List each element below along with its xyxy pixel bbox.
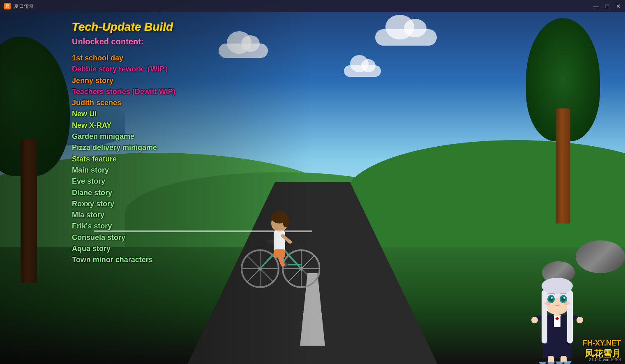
content-list-item: New UI [72,109,175,119]
minimize-button[interactable]: — [594,4,599,9]
content-list-item: Garden minigame [72,131,175,141]
svg-point-57 [563,301,570,305]
content-list-item: Diane story [72,188,175,198]
svg-point-54 [551,297,553,299]
titlebar-title: 夏日传奇 [14,3,594,10]
app-icon: 夏 [4,3,11,9]
content-list-item: 1st school day [72,53,175,63]
content-list-item: Town minor characters [72,255,175,265]
content-list-item: Aqua story [72,244,175,253]
content-list-item: Main story [72,165,175,175]
content-list-item: Pizza delivery minigame [72,143,175,152]
svg-point-56 [544,301,551,305]
content-list-item: Erik's story [72,221,175,231]
content-list-item: Eve story [72,176,175,186]
svg-rect-33 [554,315,560,327]
maximize-button[interactable]: □ [605,4,610,9]
panel-title: Tech-Update Build [72,21,175,34]
svg-point-49 [542,278,573,294]
tree-right [538,18,588,223]
content-list-item: Consuela story [72,233,175,242]
version-text: 21.0.0-win.5258 [589,357,621,362]
svg-rect-35 [543,341,572,358]
content-list: 1st school dayDebbie story rework（WIP）Je… [72,53,175,265]
cloud [375,29,437,46]
svg-point-42 [531,317,538,323]
content-list-item: Stats feature [72,154,175,164]
content-list-item: Roxxy story [72,199,175,209]
content-list-item: Judith scenes [72,98,175,108]
content-list-item: New X-RAY [72,120,175,130]
svg-point-43 [577,317,583,323]
watermark-site: FH-XY.NET [583,339,621,348]
titlebar-controls: — □ ✕ [594,4,621,9]
titlebar: 夏 夏日传奇 — □ ✕ [0,0,625,12]
panel-subtitle: Unlocked content: [72,37,175,46]
content-list-item: Jenny story [72,76,175,85]
content-list-item: Debbie story rework（WIP） [72,64,175,74]
close-button[interactable]: ✕ [616,4,621,9]
svg-marker-58 [539,361,572,364]
cloud [344,65,381,77]
anime-character [524,265,590,364]
content-list-item: Mia story [72,210,175,220]
content-panel: Tech-Update Build Unlocked content: 1st … [64,12,184,273]
content-list-item: Teachers stories (Dewitt WIP) [72,87,175,97]
svg-point-55 [563,297,565,299]
